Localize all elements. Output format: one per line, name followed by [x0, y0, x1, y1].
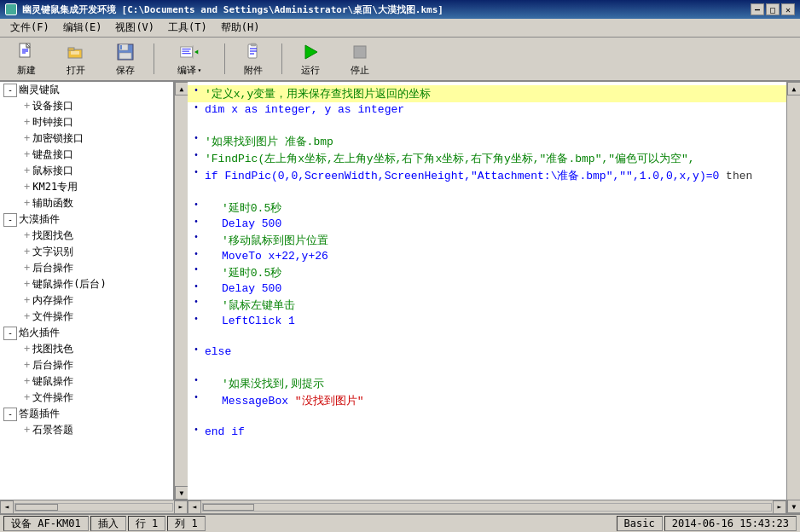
compile-icon [179, 42, 200, 62]
sidebar-item-device-interface[interactable]: +设备接口 [0, 98, 173, 114]
sidebar-scroll-up[interactable]: ▲ [175, 82, 188, 95]
code-hscroll-right[interactable]: ► [773, 500, 786, 514]
code-line-17: • else [188, 344, 786, 360]
toggle-question-plugin[interactable]: - [3, 408, 17, 421]
group-label-desert-plugin: 大漠插件 [19, 212, 60, 227]
code-content-6: if FindPic(0,0,ScreenWidth,ScreenHeight,… [205, 168, 786, 183]
open-label: 打开 [67, 64, 85, 77]
sidebar-item-dongle-interface[interactable]: +加密锁接口 [0, 130, 173, 147]
code-line-5: • 'FindPic(左上角x坐标,左上角y坐标,右下角x坐标,右下角y坐标,"… [188, 150, 786, 167]
bullet-5: • [188, 151, 205, 160]
run-button[interactable]: 运行 [287, 40, 333, 78]
sidebar-hscroll: ◄ ► [0, 500, 188, 513]
sidebar-item-keyboard-interface[interactable]: +键盘接口 [0, 147, 173, 163]
sidebar-item-clock-interface[interactable]: +时钟接口 [0, 114, 173, 130]
bullet-4: • [188, 134, 205, 143]
sidebar-item-find-pic-color-1[interactable]: +找图找色 [0, 228, 173, 244]
sidebar-group-fire-plugin[interactable]: - 焰火插件 [0, 325, 173, 341]
sidebar-item-file-op-1[interactable]: +文件操作 [0, 309, 173, 325]
open-icon [66, 42, 86, 62]
code-content-19: '如果没找到,则提示 [205, 376, 786, 391]
bullet-20: • [188, 393, 205, 402]
code-content-7 [205, 185, 786, 198]
title-bar: 幽灵键鼠集成开发环境 [C:\Documents and Settings\Ad… [0, 0, 800, 19]
maximize-button[interactable]: □ [766, 3, 780, 15]
sidebar-scroll-down[interactable]: ▼ [175, 486, 188, 500]
code-content-22: end if [205, 425, 786, 438]
code-content-10: '移动鼠标到图片位置 [205, 233, 786, 248]
code-content-5: 'FindPic(左上角x坐标,左上角y坐标,右下角x坐标,右下角y坐标,"准备… [205, 151, 786, 166]
compile-button[interactable]: 编译 ▾ [159, 40, 219, 78]
sidebar-item-stone-question[interactable]: +石景答题 [0, 422, 173, 438]
sidebar-group-question-plugin[interactable]: - 答题插件 [0, 406, 173, 422]
code-hscroll-left[interactable]: ◄ [188, 500, 201, 514]
menu-bar: 文件(F) 编辑(E) 视图(V) 工具(T) 帮助(H) [0, 19, 800, 38]
run-icon [300, 42, 321, 62]
attach-icon [243, 42, 264, 62]
open-button[interactable]: 打开 [53, 40, 99, 78]
code-line-11: • MoveTo x+22,y+26 [188, 249, 786, 264]
sidebar-item-file-op-2[interactable]: +文件操作 [0, 390, 173, 406]
menu-tools[interactable]: 工具(T) [161, 19, 214, 37]
code-vscroll-up[interactable]: ▲ [787, 82, 800, 95]
sidebar-group-ghost-mouse[interactable]: - 幽灵键鼠 [0, 82, 173, 98]
title-text: 幽灵键鼠集成开发环境 [C:\Documents and Settings\Ad… [5, 3, 443, 16]
menu-view[interactable]: 视图(V) [108, 19, 161, 37]
status-mode: 插入 [90, 516, 126, 531]
code-hscroll-thumb [203, 504, 254, 511]
sidebar-hscroll-right[interactable]: ► [174, 500, 188, 514]
sidebar-hscroll-left[interactable]: ◄ [0, 500, 14, 514]
stop-button[interactable]: 停止 [337, 40, 383, 78]
toggle-fire-plugin[interactable]: - [3, 327, 17, 340]
menu-file[interactable]: 文件(F) [3, 19, 56, 37]
code-line-8: • '延时0.5秒 [188, 200, 786, 217]
sidebar-item-helper-func[interactable]: +辅助函数 [0, 195, 173, 211]
bullet-14: • [188, 298, 205, 307]
sidebar-item-mouse-interface[interactable]: +鼠标接口 [0, 163, 173, 179]
menu-edit[interactable]: 编辑(E) [56, 19, 109, 37]
status-col: 列 1 [167, 516, 205, 531]
stop-icon [350, 42, 370, 62]
sidebar-item-ocr[interactable]: +文字识别 [0, 244, 173, 260]
code-area[interactable]: • '定义x,y变量，用来保存查找图片返回的坐标 • dim x as inte… [188, 82, 786, 500]
new-label: 新建 [17, 64, 36, 77]
code-line-7 [188, 184, 786, 200]
sidebar-hscroll-track [14, 503, 173, 512]
desert-plugin-children: +找图找色 +文字识别 +后台操作 +键鼠操作(后台) +内存操作 +文件操作 [0, 228, 173, 325]
title-label: 幽灵键鼠集成开发环境 [C:\Documents and Settings\Ad… [22, 3, 443, 16]
svg-rect-12 [120, 45, 122, 49]
new-button[interactable]: 新建 [3, 40, 49, 78]
code-content-2: dim x as integer, y as integer [205, 103, 786, 116]
sidebar-panel: - 幽灵键鼠 +设备接口 +时钟接口 +加密锁接口 +键盘接口 +鼠标接口 +K… [0, 82, 188, 513]
status-lang: Basic [617, 516, 663, 531]
code-content-13: Delay 500 [205, 282, 786, 295]
code-hscroll-track [202, 503, 772, 512]
sidebar-item-keyboard-mouse-bg[interactable]: +键鼠操作(后台) [0, 276, 173, 292]
bullet-6: • [188, 168, 205, 177]
group-label-ghost-mouse: 幽灵键鼠 [19, 83, 60, 97]
toolbar-sep-2 [224, 43, 225, 74]
menu-help[interactable]: 帮助(H) [214, 19, 267, 37]
sidebar-item-find-pic-color-2[interactable]: +找图找色 [0, 341, 173, 357]
code-content-3 [205, 119, 786, 131]
sidebar-group-desert-plugin[interactable]: - 大漠插件 [0, 211, 173, 228]
toggle-desert-plugin[interactable]: - [3, 213, 17, 227]
new-icon [16, 42, 37, 62]
toggle-ghost-mouse[interactable]: - [3, 84, 17, 97]
sidebar-inner: - 幽灵键鼠 +设备接口 +时钟接口 +加密锁接口 +键盘接口 +鼠标接口 +K… [0, 82, 188, 500]
minimize-button[interactable]: — [751, 3, 764, 15]
toolbar-sep-1 [154, 43, 154, 74]
attach-button[interactable]: 附件 [230, 40, 276, 78]
code-content-12: '延时0.5秒 [205, 265, 786, 280]
sidebar-item-memory-op[interactable]: +内存操作 [0, 292, 173, 309]
code-content-17: else [205, 345, 786, 358]
sidebar-item-keyboard-mouse-op[interactable]: +键鼠操作 [0, 373, 173, 390]
close-button[interactable]: ✕ [781, 3, 795, 15]
toolbar: 新建 打开 保存 [0, 38, 800, 82]
run-label: 运行 [301, 64, 320, 77]
sidebar-item-km21-special[interactable]: +KM21专用 [0, 179, 173, 195]
code-vscroll-down[interactable]: ▼ [787, 500, 800, 513]
save-button[interactable]: 保存 [102, 40, 148, 78]
sidebar-item-background-op-2[interactable]: +后台操作 [0, 357, 173, 373]
sidebar-item-background-op-1[interactable]: +后台操作 [0, 260, 173, 276]
